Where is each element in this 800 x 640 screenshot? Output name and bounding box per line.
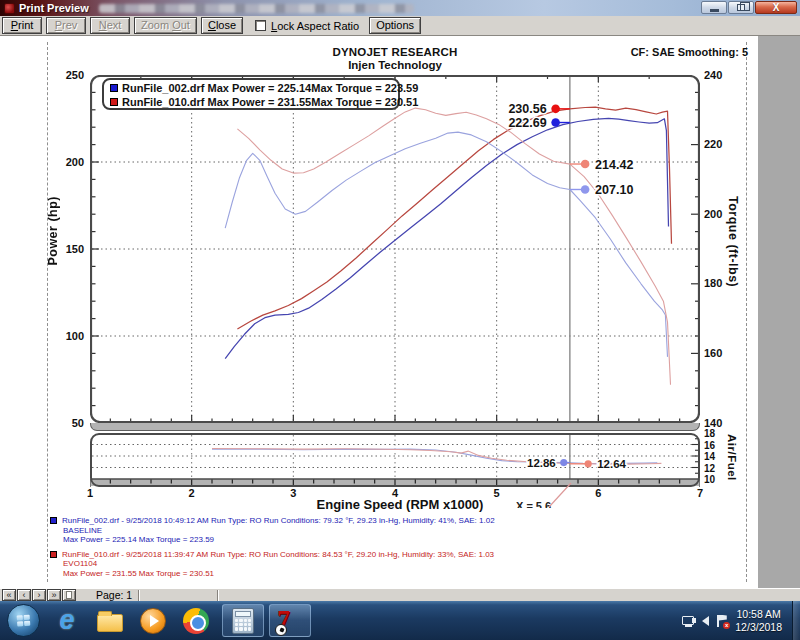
media-player-icon[interactable] [136,604,170,638]
power-tick-label: 200 [56,156,84,168]
svg-text:214.42: 214.42 [595,158,633,172]
close-button[interactable]: Close [201,17,243,34]
power-tick-label: 100 [56,330,84,342]
legend-swatch-red [110,98,118,106]
torque-tick-label: 220 [704,138,722,150]
first-page-button[interactable]: « [2,589,16,601]
winpep7-icon: 7 [277,607,303,635]
next-button[interactable]: Next [90,17,130,34]
svg-text:222.69: 222.69 [508,116,546,130]
run-details-footer: RunFile_002.drf - 9/25/2018 10:49:12 AM … [50,516,495,584]
main-chart-bottom-band [90,423,700,431]
legend-swatch-blue [110,84,118,92]
prev-button[interactable]: Prev [46,17,86,34]
legend-text: RunFile_010.drf Max Power = 231.55 [122,96,311,108]
rpm-tick-label: 3 [284,487,302,499]
air-fuel-axis-label: Air/Fuel [726,434,738,481]
legend-text: Max Torque = 223.59 [311,82,418,94]
air-fuel-tick-label: 12 [704,463,715,474]
rpm-tick-label: 5 [488,487,506,499]
page-icon [66,591,72,599]
internet-explorer-icon[interactable]: e [50,604,84,638]
torque-tick-label: 200 [704,208,722,220]
air-fuel-tick-label: 18 [704,428,715,439]
chart-legend: RunFile_002.drf Max Power = 225.14 Max T… [102,78,400,110]
lock-aspect-ratio-checkbox[interactable] [255,20,266,31]
calculator-app-button[interactable] [222,604,264,637]
last-page-button[interactable]: » [47,589,61,601]
page-margin-left [47,42,48,582]
lock-aspect-ratio-label: Lock Aspect Ratio [271,20,359,32]
air-fuel-tick-label: 10 [704,474,715,485]
main-chart: 230.56222.69214.42207.10 [90,75,700,423]
power-tick-label: 250 [56,69,84,81]
restore-button[interactable] [728,1,754,14]
close-window-button[interactable]: X [755,1,797,14]
legend-text: RunFile_002.drf Max Power = 225.14 [122,82,311,94]
windows-logo-icon [16,614,31,627]
rpm-tick-label: 2 [183,487,201,499]
torque-tick-label: 140 [704,417,722,429]
prev-page-button[interactable]: ‹ [17,589,31,601]
correction-smoothing-label: CF: SAE Smoothing: 5 [590,46,748,58]
page-setup-button[interactable] [62,589,76,601]
start-button[interactable] [7,604,40,637]
app-icon [4,3,15,14]
toolbar: Print Prev Next Zoom Out Close Lock Aspe… [0,16,800,36]
status-bar: « ‹ › » Page: 1 [0,588,800,601]
statusbar-separator [138,590,140,601]
zoom-out-button[interactable]: Zoom Out [134,17,197,34]
air-fuel-tick-label: 16 [704,440,715,451]
window-title: Print Preview [19,2,89,14]
rpm-tick-label: 6 [589,487,607,499]
rpm-tick-label: 4 [386,487,404,499]
run-swatch-blue [50,517,57,524]
title-bar: Print Preview X [0,0,800,16]
svg-text:12.64: 12.64 [597,458,626,470]
action-center-flag-icon[interactable]: x [717,615,727,627]
title-redacted-text [99,4,414,13]
rpm-tick-label: 1 [81,487,99,499]
air-fuel-tick-label: 14 [704,451,715,462]
page-number-label: Page: 1 [96,589,132,601]
rpm-tick-label: 7 [691,487,709,499]
volume-icon[interactable] [702,616,709,626]
show-desktop-button[interactable] [792,601,800,640]
chrome-icon[interactable] [179,604,213,638]
page-margin-right [746,42,747,582]
run-swatch-red [50,551,57,558]
legend-row-evo1104: RunFile_010.drf Max Power = 231.55 Max T… [110,95,398,109]
x-axis-label: Engine Speed (RPM x1000) [250,497,550,512]
minimize-button[interactable] [701,1,727,14]
close-icon: X [773,3,780,13]
svg-text:230.56: 230.56 [508,102,546,116]
torque-tick-label: 240 [704,69,722,81]
options-button[interactable]: Options [369,17,421,34]
power-tick-label: 150 [56,243,84,255]
winpep7-app-button[interactable]: 7 [269,604,311,637]
svg-text:207.10: 207.10 [595,183,633,197]
calculator-icon [232,608,254,634]
statusbar-separator [217,590,219,601]
run-details-evo1104: RunFile_010.drf - 9/25/2018 11:39:47 AM … [50,550,495,579]
cursor-callout-line [545,481,575,511]
torque-tick-label: 180 [704,277,722,289]
print-button[interactable]: Print [2,17,42,34]
chart-subtitle: Injen Technology [90,59,700,71]
svg-text:12.86: 12.86 [527,457,556,469]
print-preview-window: Print Preview X Print Prev Next Zoom Out… [0,0,800,640]
next-page-button[interactable]: › [32,589,46,601]
print-preview-surface[interactable]: DYNOJET RESEARCH Injen Technology CF: SA… [0,36,800,588]
windows-explorer-icon[interactable] [93,604,127,638]
torque-tick-label: 160 [704,347,722,359]
air-fuel-chart: 12.8612.64 [90,433,700,487]
minimize-icon [710,9,719,12]
power-axis-label: Power (hp) [46,196,60,266]
system-tray: x 10:58 AM 12/3/2018 [682,601,800,640]
power-tick-label: 50 [56,417,84,429]
legend-text: Max Torque = 230.51 [311,96,418,108]
clock-date: 12/3/2018 [735,621,782,634]
run-details-baseline: RunFile_002.drf - 9/25/2018 10:49:12 AM … [50,516,495,545]
torque-axis-label: Torque (ft-lbs) [726,196,740,287]
taskbar-clock[interactable]: 10:58 AM 12/3/2018 [735,608,782,633]
